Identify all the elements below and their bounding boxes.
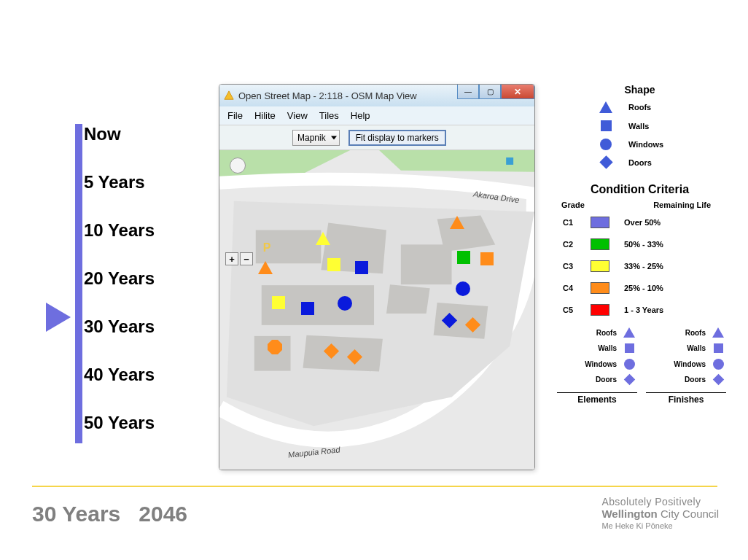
window-close-button[interactable]: ✕ <box>501 85 534 99</box>
map-marker-diamond[interactable] <box>467 319 478 330</box>
osm-window-title: Open Street Map - 2:118 - OSM Map View <box>238 90 417 101</box>
window-minimize-button[interactable]: — <box>457 85 479 99</box>
map-marker-square[interactable] <box>480 252 494 265</box>
timeline-bar <box>75 124 82 443</box>
menu-item-file[interactable]: File <box>224 109 246 122</box>
timeline-item[interactable]: 40 Years <box>84 365 155 385</box>
elem-fin-label: Walls <box>666 344 706 352</box>
timeline: Now5 Years10 Years20 Years30 Years40 Yea… <box>84 124 155 433</box>
map-marker-square[interactable] <box>355 261 368 274</box>
elem-fin-label: Windows <box>666 360 706 368</box>
timeline-item[interactable]: 20 Years <box>84 268 155 289</box>
window-maximize-button[interactable]: ▢ <box>479 85 501 99</box>
map-marker-square[interactable] <box>327 258 340 271</box>
square-icon <box>621 343 637 353</box>
elem-fin-item: Roofs <box>557 327 637 338</box>
triangle-icon <box>598 101 614 113</box>
tiles-select-value: Mapnik <box>297 133 326 143</box>
osm-map-canvas[interactable]: P Akaroa Drive Maupuia Road + − <box>219 150 534 470</box>
zoom-control: + − <box>225 252 254 265</box>
svg-marker-9 <box>386 284 430 314</box>
timeline-item[interactable]: 10 Years <box>84 220 155 241</box>
grade-code: C5 <box>563 306 580 314</box>
timeline-item[interactable]: 5 Years <box>84 172 155 192</box>
remaining-life: 33% - 25% <box>620 262 725 271</box>
circle-icon <box>710 359 726 370</box>
elem-fin-header: Elements <box>557 392 637 405</box>
footer-year-value: 2046 <box>139 502 187 526</box>
map-marker-triangle[interactable] <box>258 261 273 274</box>
elem-fin-item: Walls <box>557 343 637 353</box>
life-header: Remaining Life <box>653 201 711 209</box>
elem-fin-item: Windows <box>646 359 726 370</box>
map-marker-triangle[interactable] <box>316 232 330 245</box>
square-icon <box>598 120 614 131</box>
svg-rect-14 <box>506 158 513 165</box>
footer-year-display: 30 Years 2046 <box>32 502 187 526</box>
grade-color-swatch <box>591 260 609 272</box>
osm-map-window: Open Street Map - 2:118 - OSM Map View —… <box>219 84 535 470</box>
elem-fin-item: Doors <box>646 376 726 384</box>
map-marker-octagon[interactable] <box>268 340 282 354</box>
footer-year-label: 30 Years <box>32 502 120 526</box>
shape-legend-title: Shape <box>554 84 725 96</box>
grade-code: C2 <box>563 240 580 249</box>
map-marker-triangle[interactable] <box>450 216 464 229</box>
shape-legend-label: Roofs <box>628 103 651 112</box>
shape-legend-label: Doors <box>628 158 652 167</box>
diamond-icon <box>598 158 614 167</box>
elem-fin-item: Windows <box>557 359 637 370</box>
pan-control[interactable] <box>230 158 246 174</box>
triangle-icon <box>621 327 637 338</box>
svg-text:P: P <box>263 241 271 254</box>
shape-legend-label: Windows <box>628 140 663 149</box>
shape-legend-row: Doors <box>598 158 652 167</box>
menu-item-tiles[interactable]: Tiles <box>316 109 343 122</box>
svg-marker-12 <box>303 335 382 372</box>
diamond-icon <box>710 376 726 384</box>
zoom-in-button[interactable]: + <box>225 252 238 265</box>
shape-legend-row: Windows <box>598 139 663 150</box>
timeline-selection-arrow <box>46 303 71 332</box>
grade-code: C1 <box>563 218 580 227</box>
timeline-item[interactable]: 30 Years <box>84 316 155 337</box>
osm-titlebar: Open Street Map - 2:118 - OSM Map View —… <box>219 85 534 106</box>
shape-legend-label: Walls <box>628 122 649 131</box>
legend-panel: Shape RoofsWallsWindowsDoors Condition C… <box>554 84 725 405</box>
footer-org: Absolutely Positively Wellington City Co… <box>601 496 719 530</box>
elem-fin-label: Doors <box>577 376 617 384</box>
elem-fin-item: Walls <box>646 343 726 353</box>
elem-fin-label: Roofs <box>577 329 617 337</box>
map-marker-diamond[interactable] <box>444 315 455 326</box>
svg-rect-6 <box>401 244 452 284</box>
grade-code: C3 <box>563 262 580 271</box>
map-marker-square[interactable] <box>457 251 470 264</box>
diamond-icon <box>621 376 637 384</box>
org-line3: Me Heke Ki Pōneke <box>601 521 719 530</box>
timeline-item[interactable]: 50 Years <box>84 413 155 433</box>
zoom-out-button[interactable]: − <box>240 252 253 265</box>
fit-display-label: Fit display to markers <box>356 133 439 143</box>
elem-fin-label: Walls <box>577 344 617 352</box>
menu-item-help[interactable]: Help <box>347 109 374 122</box>
menu-item-hilite[interactable]: Hilite <box>251 109 279 122</box>
map-marker-diamond[interactable] <box>326 346 337 357</box>
map-marker-circle[interactable] <box>338 296 352 311</box>
map-marker-diamond[interactable] <box>349 351 360 362</box>
triangle-icon <box>710 327 726 338</box>
timeline-item[interactable]: Now <box>84 124 155 144</box>
map-marker-square[interactable] <box>272 296 285 309</box>
grade-color-swatch <box>591 238 609 250</box>
grade-code: C4 <box>563 284 580 292</box>
condition-row: C3 33% - 25% <box>563 260 725 272</box>
org-line2-bold: Wellington <box>601 508 657 520</box>
tiles-select[interactable]: Mapnik <box>292 130 340 146</box>
fit-display-button[interactable]: Fit display to markers <box>348 130 446 146</box>
map-marker-circle[interactable] <box>456 281 470 296</box>
map-marker-square[interactable] <box>301 302 314 315</box>
elem-fin-item: Roofs <box>646 327 726 338</box>
org-line2-rest: City Council <box>658 508 719 520</box>
elem-fin-item: Doors <box>557 376 637 384</box>
grade-color-swatch <box>591 217 609 228</box>
menu-item-view[interactable]: View <box>284 109 311 122</box>
